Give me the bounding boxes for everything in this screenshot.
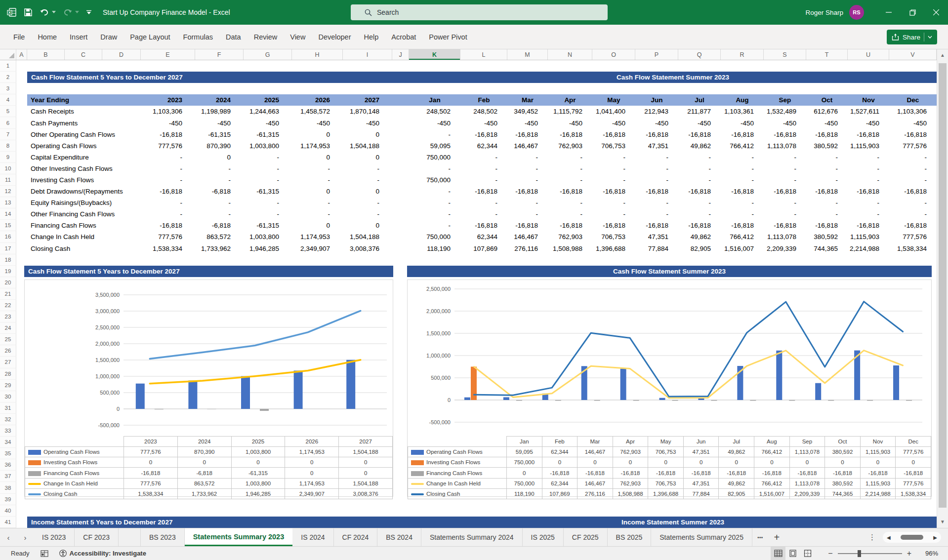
month-value-cell[interactable]: 750,000 bbox=[409, 231, 460, 242]
month-value-cell[interactable]: 750,000 bbox=[409, 174, 460, 186]
month-value-cell[interactable]: - bbox=[460, 174, 507, 186]
normal-view-icon[interactable] bbox=[771, 547, 785, 560]
month-value-cell[interactable]: -16,818 bbox=[507, 186, 548, 197]
month-value-cell[interactable]: -16,818 bbox=[721, 220, 764, 231]
month-value-cell[interactable]: -450 bbox=[460, 117, 507, 128]
sheet-tab-statements-summary-2025[interactable]: Statements Summary 2025 bbox=[651, 528, 752, 546]
row-header-21[interactable]: 21 bbox=[0, 288, 16, 300]
year-value-cell[interactable]: 1,504,188 bbox=[343, 231, 392, 242]
year-value-cell[interactable]: - bbox=[292, 197, 343, 208]
year-value-cell[interactable]: 777,576 bbox=[141, 140, 195, 152]
row-header-9[interactable]: 9 bbox=[0, 152, 16, 163]
month-value-cell[interactable]: -16,818 bbox=[806, 186, 848, 197]
month-value-cell[interactable]: -16,818 bbox=[635, 186, 678, 197]
year-value-cell[interactable]: 1,946,285 bbox=[244, 243, 292, 254]
legend-cell[interactable]: Closing Cash bbox=[408, 488, 507, 499]
tabbar-options-icon[interactable]: ⋮ bbox=[868, 528, 876, 546]
year-value-cell[interactable]: 0 bbox=[343, 152, 392, 163]
month-value-cell[interactable]: - bbox=[806, 152, 848, 163]
year-value-cell[interactable]: 0 bbox=[292, 152, 343, 163]
close-button[interactable] bbox=[924, 0, 948, 25]
month-value-cell[interactable]: -16,818 bbox=[592, 220, 635, 231]
header-year-2027[interactable]: 2027 bbox=[343, 94, 392, 106]
user-name[interactable]: Roger Sharp bbox=[805, 9, 843, 16]
row-label[interactable]: Equity Raisings/(Buybacks) bbox=[27, 197, 141, 208]
year-value-cell[interactable]: -16,818 bbox=[141, 129, 195, 140]
year-value-cell[interactable]: - bbox=[343, 174, 392, 186]
month-value-cell[interactable]: -16,818 bbox=[592, 186, 635, 197]
month-value-cell[interactable]: 1,103,361 bbox=[721, 106, 764, 117]
month-value-cell[interactable]: - bbox=[635, 197, 678, 208]
year-value-cell[interactable]: 0 bbox=[292, 186, 343, 197]
month-value-cell[interactable]: - bbox=[635, 152, 678, 163]
row-header-30[interactable]: 30 bbox=[0, 391, 16, 402]
month-value-cell[interactable]: 1,115,903 bbox=[848, 140, 889, 152]
month-value-cell[interactable]: -16,818 bbox=[764, 129, 806, 140]
year-value-cell[interactable]: -450 bbox=[195, 117, 244, 128]
month-value-cell[interactable]: -16,818 bbox=[806, 129, 848, 140]
month-value-cell[interactable]: - bbox=[889, 197, 937, 208]
row-label[interactable]: Operating Cash Flows bbox=[27, 140, 141, 152]
month-value-cell[interactable]: -16,818 bbox=[848, 220, 889, 231]
month-value-cell[interactable]: - bbox=[592, 208, 635, 220]
column-header-B[interactable]: B bbox=[27, 49, 65, 60]
year-value-cell[interactable]: - bbox=[292, 174, 343, 186]
month-value-cell[interactable]: - bbox=[635, 163, 678, 174]
horizontal-scrollbar-thumb[interactable] bbox=[901, 535, 923, 540]
column-header-I[interactable]: I bbox=[343, 49, 392, 60]
zoom-slider-thumb[interactable] bbox=[858, 550, 861, 557]
month-value-cell[interactable]: - bbox=[678, 208, 721, 220]
month-value-cell[interactable]: - bbox=[848, 163, 889, 174]
column-header-O[interactable]: O bbox=[592, 49, 635, 60]
month-value-cell[interactable]: -16,818 bbox=[548, 129, 592, 140]
row-header-27[interactable]: 27 bbox=[0, 357, 16, 368]
month-value-cell[interactable]: -450 bbox=[548, 117, 592, 128]
monthly-chart-plot[interactable]: -500,0000500,0001,000,0001,500,0002,000,… bbox=[408, 280, 931, 434]
month-value-cell[interactable]: - bbox=[460, 208, 507, 220]
month-value-cell[interactable]: - bbox=[409, 186, 460, 197]
month-value-cell[interactable]: - bbox=[764, 197, 806, 208]
month-value-cell[interactable]: -16,818 bbox=[678, 129, 721, 140]
month-value-cell[interactable]: -16,818 bbox=[635, 220, 678, 231]
month-value-cell[interactable]: -16,818 bbox=[460, 129, 507, 140]
month-value-cell[interactable]: -16,818 bbox=[848, 186, 889, 197]
month-value-cell[interactable]: - bbox=[721, 163, 764, 174]
row-header-33[interactable]: 33 bbox=[0, 425, 16, 437]
customize-quick-access-icon[interactable] bbox=[86, 10, 92, 15]
month-value-cell[interactable]: 766,412 bbox=[721, 140, 764, 152]
year-value-cell[interactable]: - bbox=[195, 197, 244, 208]
row-header-28[interactable]: 28 bbox=[0, 368, 16, 380]
row-header-13[interactable]: 13 bbox=[0, 197, 16, 208]
month-value-cell[interactable]: -16,818 bbox=[764, 220, 806, 231]
month-value-cell[interactable]: - bbox=[848, 152, 889, 163]
row-header-41[interactable]: 41 bbox=[0, 517, 16, 528]
year-value-cell[interactable]: 0 bbox=[343, 129, 392, 140]
month-value-cell[interactable]: - bbox=[460, 152, 507, 163]
header-month-Jan[interactable]: Jan bbox=[409, 94, 460, 106]
year-value-cell[interactable]: - bbox=[141, 208, 195, 220]
accessibility-status[interactable]: Accessibility: Investigate bbox=[59, 550, 146, 557]
month-value-cell[interactable]: - bbox=[409, 208, 460, 220]
month-value-cell[interactable]: -16,818 bbox=[678, 220, 721, 231]
column-header-S[interactable]: S bbox=[764, 49, 806, 60]
month-value-cell[interactable]: - bbox=[507, 152, 548, 163]
month-value-cell[interactable]: 1,113,078 bbox=[764, 140, 806, 152]
month-value-cell[interactable]: 1,527,611 bbox=[848, 106, 889, 117]
month-value-cell[interactable]: 1,115,792 bbox=[548, 106, 592, 117]
month-value-cell[interactable]: 2,214,988 bbox=[848, 243, 889, 254]
legend-cell[interactable]: Financing Cash Flows bbox=[25, 468, 124, 478]
legend-cell[interactable]: Operating Cash Flows bbox=[25, 447, 124, 457]
row-label[interactable]: Other Operating Cash Flows bbox=[27, 129, 141, 140]
month-value-cell[interactable]: 47,351 bbox=[635, 231, 678, 242]
year-value-cell[interactable]: -61,315 bbox=[244, 129, 292, 140]
month-value-cell[interactable]: 750,000 bbox=[409, 152, 460, 163]
row-label[interactable]: Cash Receipts bbox=[27, 106, 141, 117]
row-label[interactable]: Financing Cash Flows bbox=[27, 220, 141, 231]
month-value-cell[interactable]: 212,943 bbox=[635, 106, 678, 117]
month-value-cell[interactable]: 777,576 bbox=[889, 140, 937, 152]
month-value-cell[interactable]: - bbox=[848, 174, 889, 186]
month-value-cell[interactable]: -16,818 bbox=[548, 220, 592, 231]
month-value-cell[interactable]: - bbox=[592, 163, 635, 174]
month-value-cell[interactable]: - bbox=[409, 163, 460, 174]
row-header-24[interactable]: 24 bbox=[0, 322, 16, 334]
